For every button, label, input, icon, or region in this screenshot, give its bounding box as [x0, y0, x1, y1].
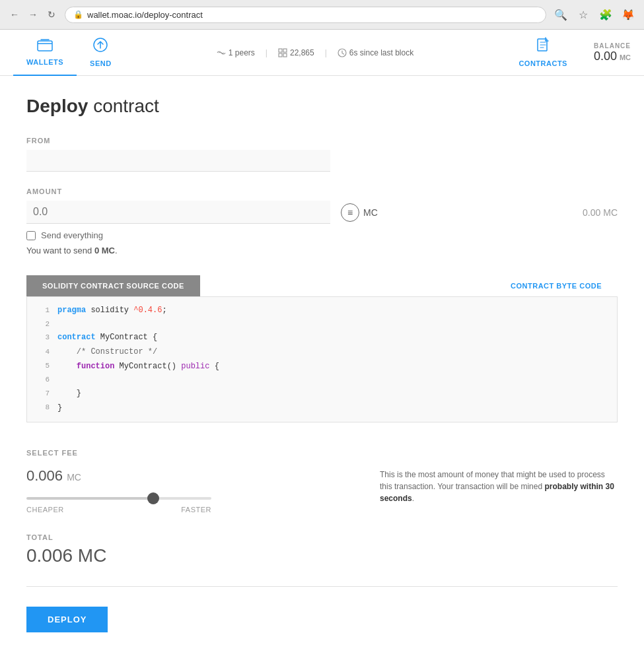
balance-currency: MC: [620, 53, 631, 61]
fee-info: This is the most amount of money that mi…: [380, 462, 618, 504]
back-button[interactable]: ←: [7, 7, 22, 22]
amount-input[interactable]: [26, 201, 330, 224]
cheaper-label: CHEAPER: [26, 506, 64, 514]
page-title: Deploy contract: [26, 96, 618, 117]
line-num-2: 2: [34, 318, 50, 331]
line-num-7: 7: [34, 387, 50, 401]
nav-send[interactable]: SEND: [77, 30, 125, 76]
amount-label: AMOUNT: [26, 187, 618, 195]
send-info: You want to send 0 MC.: [26, 246, 618, 255]
send-icon: [92, 37, 108, 57]
svg-rect-2: [279, 49, 282, 52]
code-line-1: 1 pragma solidity ^0.4.6;: [27, 304, 617, 318]
fee-label: SELECT FEE: [26, 449, 618, 457]
svg-rect-0: [38, 41, 52, 51]
slider-wrap: CHEAPER FASTER: [26, 491, 353, 514]
fee-left: 0.006 MC CHEAPER FASTER: [26, 462, 353, 514]
faster-label: FASTER: [181, 506, 211, 514]
balance-section: BALANCE 0.00 MC: [594, 42, 631, 63]
total-label: TOTAL: [26, 533, 618, 541]
refresh-button[interactable]: ↻: [44, 7, 59, 22]
separator-1: |: [266, 48, 268, 57]
send-everything-label: Send everything: [41, 230, 103, 240]
nav-contracts[interactable]: CONTRACTS: [505, 30, 581, 76]
bookmark-button[interactable]: ☆: [574, 5, 592, 24]
app-header: WALLETS SEND 1 peers | 22,865 | 6s since…: [0, 30, 644, 76]
line-content-1: pragma solidity ^0.4.6;: [57, 304, 167, 318]
browser-chrome: ← → ↻ 🔒 wallet.moac.io/deploy-contract 🔍…: [0, 0, 644, 30]
fee-section: SELECT FEE 0.006 MC CHEAPER FASTER This …: [26, 449, 618, 514]
currency-icon: ≡: [341, 203, 359, 222]
nav-buttons: ← → ↻: [7, 7, 59, 22]
line-content-4: /* Constructor */: [57, 345, 157, 360]
blocks-text: 22,865: [290, 48, 314, 57]
from-input[interactable]: [26, 150, 330, 172]
wallets-icon: [37, 38, 53, 55]
line-content-8: }: [57, 401, 62, 416]
url-text: wallet.moac.io/deploy-contract: [87, 10, 203, 20]
send-label: SEND: [90, 59, 112, 67]
line-num-6: 6: [34, 374, 50, 387]
separator-2: |: [325, 48, 327, 57]
search-browser-button[interactable]: 🔍: [552, 5, 570, 24]
code-line-4: 4 /* Constructor */: [27, 345, 617, 360]
line-content-7: }: [57, 387, 81, 401]
total-section: TOTAL 0.006 MC: [26, 533, 618, 566]
svg-rect-5: [283, 53, 287, 57]
slider-labels: CHEAPER FASTER: [26, 506, 211, 514]
page-title-bold: Deploy: [26, 96, 88, 116]
send-info-amount: 0 MC: [94, 246, 115, 255]
lock-icon: 🔒: [73, 10, 83, 19]
fee-slider[interactable]: [26, 497, 211, 500]
amount-balance: 0.00 MC: [583, 207, 618, 218]
code-line-6: 6: [27, 374, 617, 387]
header-status: 1 peers | 22,865 | 6s since last block: [125, 48, 506, 57]
line-num-4: 4: [34, 346, 50, 359]
line-num-3: 3: [34, 331, 50, 345]
code-line-7: 7 }: [27, 387, 617, 401]
code-line-3: 3 contract MyContract {: [27, 331, 617, 345]
profile-button[interactable]: 🦊: [619, 5, 637, 24]
forward-button[interactable]: →: [25, 7, 41, 22]
address-bar[interactable]: 🔒 wallet.moac.io/deploy-contract: [65, 7, 546, 23]
browser-actions: 🔍 ☆ 🧩 🦊: [552, 5, 637, 24]
from-label: FROM: [26, 137, 618, 145]
lastblock-text: 6s since last block: [349, 48, 413, 57]
code-line-5: 5 function MyContract() public {: [27, 360, 617, 374]
blocks-status: 22,865: [278, 48, 314, 57]
wallets-label: WALLETS: [26, 58, 63, 66]
page-title-light: contract: [88, 96, 159, 116]
contracts-label: CONTRACTS: [519, 59, 567, 67]
tab-bytecode[interactable]: CONTRACT BYTE CODE: [495, 275, 618, 296]
divider: [26, 586, 618, 587]
send-everything-checkbox[interactable]: [26, 231, 36, 240]
main-content: Deploy contract FROM AMOUNT ≡ MC 0.00 MC…: [0, 76, 644, 670]
code-editor[interactable]: 1 pragma solidity ^0.4.6; 2 3 contract M…: [26, 296, 618, 422]
code-line-8: 8 }: [27, 401, 617, 416]
currency-selector[interactable]: ≡ MC: [341, 203, 378, 222]
code-line-2: 2: [27, 318, 617, 331]
deploy-button[interactable]: DEPLOY: [26, 607, 108, 632]
fee-value: 0.006: [26, 467, 63, 484]
from-section: FROM: [26, 137, 618, 172]
header-right: CONTRACTS BALANCE 0.00 MC: [505, 30, 631, 76]
fee-amount: 0.006 MC: [26, 467, 353, 485]
peers-text: 1 peers: [229, 48, 255, 57]
fee-info-suffix: .: [412, 494, 414, 503]
peers-status: 1 peers: [217, 48, 255, 57]
line-num-1: 1: [34, 304, 50, 318]
nav-wallets[interactable]: WALLETS: [13, 30, 77, 76]
currency-label: MC: [363, 207, 378, 218]
fee-row: 0.006 MC CHEAPER FASTER This is the most…: [26, 462, 618, 514]
tab-source[interactable]: SOLIDITY CONTRACT SOURCE CODE: [26, 275, 200, 296]
extension-button[interactable]: 🧩: [596, 5, 615, 24]
send-everything-row: Send everything: [26, 230, 618, 240]
line-content-5: function MyContract() public {: [57, 360, 219, 374]
balance-label: BALANCE: [594, 42, 631, 50]
amount-input-wrap: [26, 201, 330, 224]
send-info-prefix: You want to send: [26, 246, 94, 255]
line-num-5: 5: [34, 360, 50, 373]
lastblock-status: 6s since last block: [338, 48, 413, 57]
code-tabs: SOLIDITY CONTRACT SOURCE CODE CONTRACT B…: [26, 275, 618, 296]
svg-rect-3: [283, 49, 287, 52]
